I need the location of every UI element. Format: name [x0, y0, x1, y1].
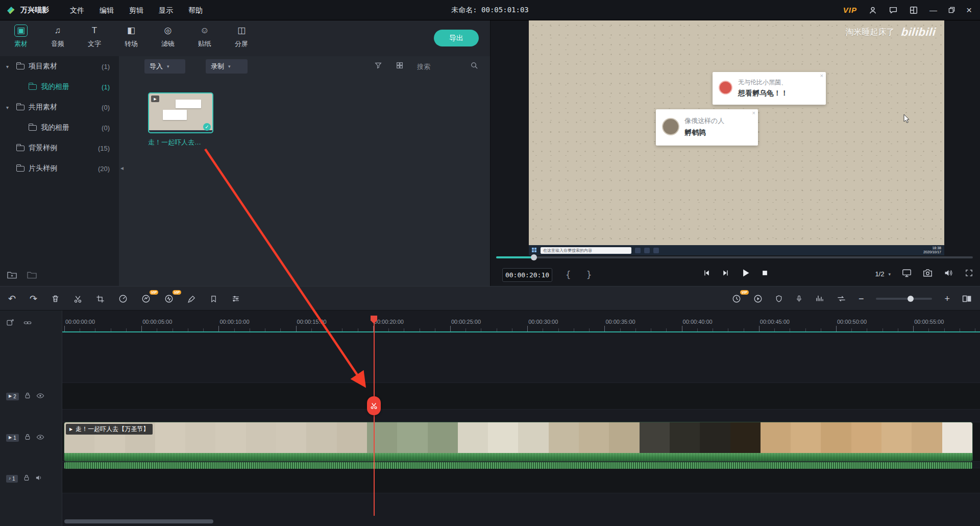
mark-in-button[interactable]: { — [566, 270, 571, 280]
previous-frame-button[interactable] — [702, 269, 711, 279]
tab-split-screen[interactable]: ◫分屏 — [227, 25, 256, 49]
zoom-in-button[interactable]: + — [944, 294, 950, 304]
taskbar-search: 在这里输入你要搜索的内容 — [541, 247, 631, 254]
import-dropdown[interactable]: 导入 ▾ — [144, 59, 185, 74]
workspace-layout-icon[interactable] — [909, 6, 918, 15]
start-button-icon — [532, 248, 537, 253]
close-button[interactable]: × — [966, 5, 972, 15]
snapshot-camera-icon[interactable] — [923, 269, 933, 279]
eye-visibility-icon[interactable] — [36, 433, 44, 442]
mark-out-button[interactable]: } — [586, 270, 592, 280]
folder-icon[interactable] — [27, 271, 37, 281]
zoom-slider-handle[interactable] — [908, 296, 914, 302]
eye-visibility-icon[interactable] — [36, 392, 44, 401]
audio-track-1-lane[interactable] — [62, 468, 980, 493]
sidebar-item-intro-samples[interactable]: 片头样例(20) — [0, 158, 119, 179]
tab-sticker[interactable]: ☺贴纸 — [190, 25, 219, 49]
effects-shield-button[interactable] — [775, 294, 783, 303]
zoom-out-button[interactable]: − — [859, 294, 864, 304]
media-item-thumbnail[interactable]: ▶ ✓ — [148, 92, 213, 133]
panel-layout-toggle[interactable] — [962, 295, 972, 303]
minimize-button[interactable]: — — [929, 6, 937, 14]
silence-detect-button[interactable]: VIP — [164, 294, 174, 303]
lock-icon[interactable] — [24, 433, 31, 442]
timeline-clip[interactable]: ▶ 走！一起吓人去【万圣节】 — [64, 422, 972, 461]
preview-controls: 00:00:20:10 { } 1/2 — [491, 265, 980, 286]
tab-filter[interactable]: ◎滤镜 — [153, 25, 183, 49]
tab-audio[interactable]: ♫音频 — [43, 25, 72, 49]
play-button[interactable] — [740, 268, 751, 280]
playhead-line[interactable] — [374, 316, 375, 516]
display-device-icon[interactable] — [902, 269, 912, 279]
view-grid-icon[interactable] — [396, 61, 404, 71]
delete-button[interactable] — [51, 294, 60, 303]
render-preview-button[interactable] — [753, 294, 763, 303]
color-pen-button[interactable] — [187, 295, 196, 303]
keyframe-button[interactable]: VIP — [732, 294, 741, 303]
filmstrip-frame — [881, 422, 912, 453]
timeline-horizontal-scrollbar[interactable] — [62, 519, 980, 524]
sidebar-item-background-samples[interactable]: 背景样例(15) — [0, 138, 119, 158]
scrollbar-thumb[interactable] — [64, 519, 213, 523]
seekbar-knob[interactable] — [531, 254, 537, 260]
sidebar-collapse-icon[interactable]: ◂ — [120, 164, 124, 172]
voiceover-mic-button[interactable] — [795, 294, 803, 303]
audio-mixer-button[interactable] — [815, 294, 824, 303]
search-input[interactable] — [417, 63, 466, 70]
tab-transition[interactable]: ◧转场 — [116, 25, 146, 49]
marker-button[interactable] — [210, 295, 217, 303]
redo-button[interactable]: ↷ — [30, 293, 37, 304]
new-folder-icon[interactable] — [7, 271, 17, 281]
sidebar-item-shared-media[interactable]: ▾共用素材(0) — [0, 97, 119, 117]
close-icon: × — [820, 73, 823, 79]
lock-icon[interactable] — [23, 474, 30, 483]
smart-cut-button[interactable]: VIP — [141, 294, 151, 303]
track-number: 1 — [12, 476, 15, 482]
split-scissors-button[interactable] — [74, 295, 82, 303]
menu-item-3[interactable]: 显示 — [151, 0, 181, 20]
undo-button[interactable]: ↶ — [8, 293, 16, 304]
crop-button[interactable] — [96, 295, 105, 303]
adjust-sliders-button[interactable] — [231, 294, 240, 303]
lock-icon[interactable] — [24, 392, 31, 401]
menu-item-4[interactable]: 帮助 — [181, 0, 210, 20]
sidebar-item-my-album-shared[interactable]: 我的相册(0) — [0, 117, 119, 138]
stop-button[interactable] — [761, 269, 769, 279]
mute-speaker-icon[interactable] — [35, 474, 43, 483]
restore-button[interactable] — [948, 7, 955, 13]
media-item-title: 走！一起吓人去… — [148, 138, 235, 147]
video-icon: ▶ — [9, 436, 12, 440]
ruler-label: 00:00:55:00 — [914, 319, 944, 325]
chevron-down-icon: ▾ — [228, 64, 231, 69]
speed-button[interactable] — [118, 294, 128, 303]
tab-media[interactable]: ▣素材 — [6, 25, 36, 49]
sidebar-item-my-album-project[interactable]: 我的相册(1) — [0, 77, 119, 97]
vip-badge[interactable]: VIP — [843, 6, 857, 14]
filmstrip-frame — [306, 422, 336, 453]
scissors-cursor-badge[interactable] — [367, 396, 381, 415]
next-frame-button[interactable] — [721, 269, 730, 279]
fullscreen-icon[interactable] — [965, 269, 973, 279]
filmstrip-frame — [215, 422, 246, 453]
volume-icon[interactable] — [944, 269, 953, 279]
timeline-ruler[interactable]: 00:00:00:0000:00:05:0000:00:10:0000:00:1… — [62, 316, 980, 331]
preview-video[interactable]: 淘米睡起床了 bilibili 无与伦比小黑菌、 想看孵乌龟！！ × 像俄这样の… — [529, 20, 944, 255]
record-dropdown[interactable]: 录制 ▾ — [206, 59, 248, 74]
menu-item-2[interactable]: 剪辑 — [121, 0, 151, 20]
menu-item-0[interactable]: 文件 — [62, 0, 92, 20]
link-icon[interactable] — [23, 319, 32, 329]
search-icon[interactable] — [470, 61, 479, 72]
feedback-icon[interactable] — [889, 6, 898, 15]
video-track-2-lane[interactable] — [62, 382, 980, 410]
auto-ripple-button[interactable] — [837, 295, 846, 303]
preview-seekbar[interactable] — [496, 256, 973, 258]
tab-text[interactable]: T文字 — [80, 25, 109, 49]
menu-item-1[interactable]: 编辑 — [92, 0, 121, 20]
add-to-timeline-icon[interactable] — [6, 319, 14, 329]
export-button[interactable]: 导出 — [434, 30, 479, 46]
preview-quality-dropdown[interactable]: 1/2 ▾ — [875, 270, 891, 278]
timeline-zoom-slider[interactable] — [876, 298, 932, 300]
account-icon[interactable] — [868, 6, 877, 15]
filter-funnel-icon[interactable] — [374, 61, 382, 71]
sidebar-item-project-media[interactable]: ▾项目素材(1) — [0, 56, 119, 77]
